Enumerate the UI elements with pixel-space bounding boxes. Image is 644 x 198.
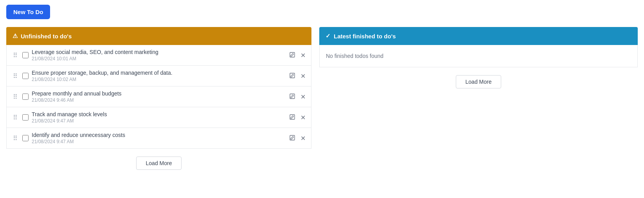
- warning-icon: ⚠: [13, 32, 18, 40]
- finished-load-more-button[interactable]: Load More: [456, 75, 502, 88]
- todo-content: Prepare monthly and annual budgets 21/08…: [32, 90, 286, 103]
- edit-button[interactable]: [289, 93, 297, 101]
- close-icon: ✕: [300, 72, 306, 80]
- todo-actions: ✕: [289, 51, 306, 60]
- close-icon: ✕: [300, 93, 306, 101]
- delete-button[interactable]: ✕: [300, 72, 306, 81]
- todo-date: 21/08/2024 10:01 AM: [32, 56, 286, 61]
- delete-button[interactable]: ✕: [300, 51, 306, 60]
- todo-content: Ensure proper storage, backup, and manag…: [32, 70, 286, 82]
- todo-item: ⠿ Track and manage stock levels 21/08/20…: [7, 107, 311, 128]
- todo-title: Prepare monthly and annual budgets: [32, 90, 286, 97]
- check-icon: ✓: [326, 32, 331, 40]
- drag-handle[interactable]: ⠿: [11, 113, 19, 122]
- todo-checkbox[interactable]: [22, 94, 29, 100]
- unfinished-header: ⚠ Unfinished to do's: [6, 27, 311, 45]
- todo-date: 21/08/2024 9:47 AM: [32, 139, 286, 144]
- finished-list: No finished todos found: [319, 45, 638, 67]
- todo-title: Leverage social media, SEO, and content …: [32, 49, 286, 55]
- todo-checkbox[interactable]: [22, 52, 29, 58]
- todo-checkbox[interactable]: [22, 73, 29, 79]
- edit-icon: [290, 94, 296, 100]
- drag-handle[interactable]: ⠿: [11, 72, 19, 81]
- finished-header: ✓ Latest finished to do's: [319, 27, 638, 45]
- close-icon: ✕: [300, 52, 306, 59]
- edit-icon: [290, 73, 296, 79]
- new-todo-button[interactable]: New To Do: [6, 5, 50, 19]
- close-icon: ✕: [300, 114, 306, 121]
- todo-title: Ensure proper storage, backup, and manag…: [32, 70, 286, 76]
- unfinished-list: ⠿ Leverage social media, SEO, and conten…: [6, 45, 311, 149]
- unfinished-title: Unfinished to do's: [21, 33, 72, 40]
- drag-handle[interactable]: ⠿: [11, 92, 19, 101]
- edit-icon: [290, 135, 296, 141]
- todo-checkbox[interactable]: [22, 114, 29, 121]
- todo-title: Track and manage stock levels: [32, 111, 286, 117]
- edit-button[interactable]: [289, 51, 297, 59]
- todo-actions: ✕: [289, 72, 306, 81]
- todo-item: ⠿ Ensure proper storage, backup, and man…: [7, 66, 311, 86]
- edit-button[interactable]: [289, 134, 297, 142]
- main-layout: ⚠ Unfinished to do's ⠿ Leverage social m…: [0, 24, 644, 181]
- todo-item: ⠿ Identify and reduce unnecessary costs …: [7, 128, 311, 148]
- todo-title: Identify and reduce unnecessary costs: [32, 132, 286, 138]
- delete-button[interactable]: ✕: [300, 134, 306, 143]
- unfinished-load-more-button[interactable]: Load More: [136, 157, 182, 170]
- edit-button[interactable]: [289, 113, 297, 121]
- close-icon: ✕: [300, 135, 306, 142]
- edit-icon: [290, 114, 296, 121]
- todo-date: 21/08/2024 10:02 AM: [32, 77, 286, 82]
- edit-button[interactable]: [289, 72, 297, 80]
- todo-actions: ✕: [289, 113, 306, 122]
- todo-content: Track and manage stock levels 21/08/2024…: [32, 111, 286, 124]
- finished-panel: ✓ Latest finished to do's No finished to…: [319, 27, 638, 96]
- todo-date: 21/08/2024 9:47 AM: [32, 118, 286, 124]
- delete-button[interactable]: ✕: [300, 92, 306, 101]
- delete-button[interactable]: ✕: [300, 113, 306, 122]
- finished-load-more-container: Load More: [319, 67, 638, 96]
- todo-actions: ✕: [289, 134, 306, 143]
- unfinished-load-more-container: Load More: [6, 149, 311, 178]
- todo-actions: ✕: [289, 92, 306, 101]
- todo-checkbox[interactable]: [22, 135, 29, 141]
- finished-title: Latest finished to do's: [334, 33, 396, 40]
- todo-item: ⠿ Leverage social media, SEO, and conten…: [7, 45, 311, 66]
- todo-content: Identify and reduce unnecessary costs 21…: [32, 132, 286, 144]
- edit-icon: [290, 52, 296, 58]
- top-bar: New To Do: [0, 0, 644, 24]
- todo-item: ⠿ Prepare monthly and annual budgets 21/…: [7, 86, 311, 107]
- todo-date: 21/08/2024 9:46 AM: [32, 97, 286, 103]
- todo-content: Leverage social media, SEO, and content …: [32, 49, 286, 61]
- drag-handle[interactable]: ⠿: [11, 134, 19, 143]
- no-finished-message: No finished todos found: [326, 53, 631, 59]
- unfinished-panel: ⚠ Unfinished to do's ⠿ Leverage social m…: [6, 27, 311, 178]
- drag-handle[interactable]: ⠿: [11, 51, 19, 60]
